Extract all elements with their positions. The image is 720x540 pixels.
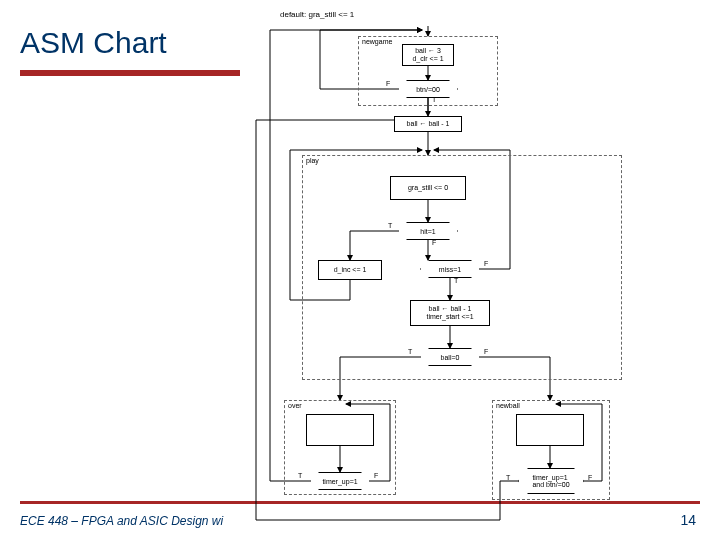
asm-diagram: default: gra_still <= 1 xyxy=(240,0,720,534)
state-newgame-title: newgame xyxy=(362,38,392,45)
default-action-label: default: gra_still <= 1 xyxy=(280,10,354,19)
decision-hit: hit=1 xyxy=(398,222,458,240)
label-t-hit: T xyxy=(388,222,392,229)
ball-timer-box: ball ← ball - 1 timer_start <=1 xyxy=(410,300,490,326)
label-f-over: F xyxy=(374,472,378,479)
label-t-miss: T xyxy=(454,277,458,284)
dinc-box: d_inc <= 1 xyxy=(318,260,382,280)
label-f-btn: F xyxy=(386,80,390,87)
decision-ball0: ball=0 xyxy=(420,348,480,366)
label-t-ball0: T xyxy=(408,348,412,355)
state-play-title: play xyxy=(306,157,319,164)
label-f-ball0: F xyxy=(484,348,488,355)
over-empty-box xyxy=(306,414,374,446)
decision-btn-label: btn/=00 xyxy=(416,86,440,93)
slide-title: ASM Chart xyxy=(20,26,167,60)
newball-empty-box xyxy=(516,414,584,446)
ball-dec-box: ball ← ball - 1 xyxy=(394,116,462,132)
label-f-newball: F xyxy=(588,474,592,481)
state-newball-title: newball xyxy=(496,402,520,409)
decision-timer-over-label: timer_up=1 xyxy=(322,478,357,485)
label-t-btn: T xyxy=(432,96,436,103)
label-f-hit: F xyxy=(432,239,436,246)
accent-bar xyxy=(20,70,240,76)
footer-course: ECE 448 – FPGA and ASIC Design wi xyxy=(20,514,223,528)
decision-miss: miss=1 xyxy=(420,260,480,278)
decision-hit-label: hit=1 xyxy=(420,228,435,235)
decision-newball: timer_up=1 and btn/=00 xyxy=(518,468,584,494)
decision-timer-over: timer_up=1 xyxy=(310,472,370,490)
decision-miss-label: miss=1 xyxy=(439,266,461,273)
label-f-miss: F xyxy=(484,260,488,267)
label-t-newball: T xyxy=(506,474,510,481)
play-action-box: gra_still <= 0 xyxy=(390,176,466,200)
decision-ball0-label: ball=0 xyxy=(441,354,460,361)
state-over-title: over xyxy=(288,402,302,409)
newgame-action-box: ball ← 3 d_clr <= 1 xyxy=(402,44,454,66)
decision-newball-label: timer_up=1 and btn/=00 xyxy=(532,474,569,488)
decision-btn: btn/=00 xyxy=(398,80,458,98)
label-t-over: T xyxy=(298,472,302,479)
